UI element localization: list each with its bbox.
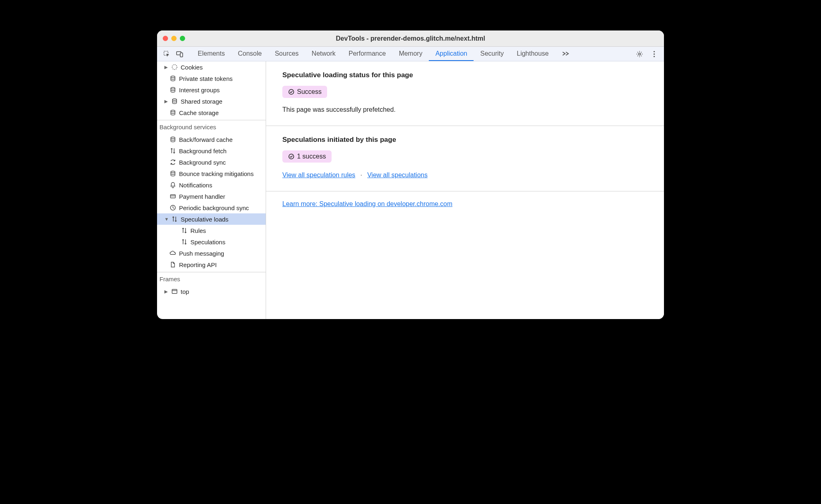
- tab-console[interactable]: Console: [231, 47, 269, 61]
- sidebar-item-cache-storage[interactable]: Cache storage: [157, 107, 266, 118]
- sync-icon: [169, 159, 177, 166]
- arrows-icon: [169, 147, 177, 154]
- sidebar-item-bounce-tracking[interactable]: Bounce tracking mitigations: [157, 168, 266, 179]
- sidebar-item-background-fetch[interactable]: Background fetch: [157, 145, 266, 156]
- sidebar-item-label: Background fetch: [179, 148, 227, 154]
- sidebar-section-background-services: Background services: [157, 120, 266, 134]
- content-area: ▶ Cookies Private state tokens Interest …: [157, 61, 664, 319]
- sidebar-item-label: Private state tokens: [179, 75, 233, 82]
- sidebar-item-rules[interactable]: Rules: [157, 225, 266, 236]
- svg-point-6: [653, 56, 655, 57]
- settings-icon[interactable]: [634, 48, 645, 60]
- tab-network[interactable]: Network: [305, 47, 342, 61]
- initiated-badge-label: 1 success: [297, 153, 326, 160]
- arrows-icon: [181, 227, 188, 234]
- check-circle-icon: [288, 153, 295, 160]
- database-icon: [169, 75, 177, 82]
- more-tabs-icon[interactable]: [555, 47, 576, 61]
- sidebar-item-reporting-api[interactable]: Reporting API: [157, 259, 266, 270]
- arrows-icon: [181, 238, 188, 245]
- sidebar-item-label: top: [181, 288, 189, 295]
- sidebar-item-speculative-loads[interactable]: ▼ Speculative loads: [157, 213, 266, 225]
- tab-lighthouse[interactable]: Lighthouse: [510, 47, 555, 61]
- collapse-arrow-icon: ▼: [164, 217, 168, 222]
- check-circle-icon: [288, 89, 295, 95]
- expand-arrow-icon: ▶: [164, 99, 168, 104]
- tab-application[interactable]: Application: [429, 47, 474, 61]
- sidebar-item-label: Cache storage: [179, 109, 219, 116]
- sidebar-item-label: Periodic background sync: [179, 204, 249, 211]
- sidebar-section-frames: Frames: [157, 272, 266, 286]
- tab-elements[interactable]: Elements: [191, 47, 231, 61]
- sidebar-item-label: Bounce tracking mitigations: [179, 170, 253, 177]
- tab-sources[interactable]: Sources: [268, 47, 305, 61]
- learn-more-link[interactable]: Learn more: Speculative loading on devel…: [282, 200, 452, 207]
- database-icon: [169, 109, 177, 116]
- status-heading: Speculative loading status for this page: [282, 71, 648, 79]
- titlebar: DevTools - prerender-demos.glitch.me/nex…: [157, 30, 664, 47]
- view-rules-link[interactable]: View all speculation rules: [282, 172, 355, 178]
- maximize-window-button[interactable]: [180, 36, 185, 41]
- devtools-toolbar: Elements Console Sources Network Perform…: [157, 47, 664, 61]
- close-window-button[interactable]: [163, 36, 168, 41]
- svg-rect-16: [172, 289, 177, 293]
- tab-memory[interactable]: Memory: [392, 47, 429, 61]
- window-title: DevTools - prerender-demos.glitch.me/nex…: [157, 35, 664, 42]
- sidebar-item-label: Notifications: [179, 182, 212, 189]
- panel-tabs: Elements Console Sources Network Perform…: [191, 47, 576, 61]
- svg-point-13: [171, 171, 175, 173]
- svg-point-10: [172, 99, 177, 100]
- expand-arrow-icon: ▶: [164, 289, 168, 294]
- application-sidebar: ▶ Cookies Private state tokens Interest …: [157, 61, 266, 319]
- sidebar-item-label: Reporting API: [179, 261, 217, 268]
- sidebar-item-cookies[interactable]: ▶ Cookies: [157, 61, 266, 73]
- svg-point-5: [653, 53, 655, 54]
- sidebar-item-label: Speculative loads: [181, 216, 229, 223]
- sidebar-item-interest-groups[interactable]: Interest groups: [157, 84, 266, 96]
- initiated-heading: Speculations initiated by this page: [282, 136, 648, 144]
- minimize-window-button[interactable]: [171, 36, 177, 41]
- tab-security[interactable]: Security: [474, 47, 510, 61]
- sidebar-item-frame-top[interactable]: ▶ top: [157, 286, 266, 297]
- sidebar-item-background-sync[interactable]: Background sync: [157, 156, 266, 168]
- link-separator: ·: [360, 172, 362, 178]
- device-toggle-icon[interactable]: [174, 48, 186, 60]
- inspect-element-icon[interactable]: [161, 48, 172, 60]
- sidebar-item-notifications[interactable]: Notifications: [157, 179, 266, 191]
- sidebar-item-label: Interest groups: [179, 87, 220, 93]
- cloud-icon: [169, 250, 177, 257]
- cookie-icon: [171, 63, 178, 71]
- database-icon: [169, 86, 177, 93]
- sidebar-item-label: Payment handler: [179, 193, 225, 200]
- card-icon: [169, 193, 177, 200]
- sidebar-item-label: Background sync: [179, 159, 226, 166]
- status-badge: Success: [282, 86, 327, 98]
- initiated-badge: 1 success: [282, 150, 332, 163]
- svg-point-4: [653, 51, 655, 52]
- sidebar-item-private-state-tokens[interactable]: Private state tokens: [157, 73, 266, 84]
- sidebar-item-label: Speculations: [190, 239, 225, 245]
- sidebar-item-periodic-background-sync[interactable]: Periodic background sync: [157, 202, 266, 213]
- more-options-icon[interactable]: [649, 48, 660, 60]
- clock-icon: [169, 204, 177, 211]
- window-controls: [157, 36, 185, 41]
- view-speculations-link[interactable]: View all speculations: [367, 172, 428, 178]
- sidebar-item-shared-storage[interactable]: ▶ Shared storage: [157, 96, 266, 107]
- database-icon: [169, 136, 177, 143]
- sidebar-item-payment-handler[interactable]: Payment handler: [157, 191, 266, 202]
- arrows-icon: [171, 215, 178, 223]
- sidebar-item-push-messaging[interactable]: Push messaging: [157, 248, 266, 259]
- svg-point-9: [171, 87, 175, 89]
- window-icon: [171, 288, 178, 295]
- tab-performance[interactable]: Performance: [342, 47, 393, 61]
- bell-icon: [169, 181, 177, 189]
- sidebar-item-label: Rules: [190, 227, 206, 234]
- sidebar-item-label: Cookies: [181, 64, 203, 71]
- svg-rect-14: [170, 195, 175, 198]
- database-icon: [169, 170, 177, 177]
- sidebar-item-speculations[interactable]: Speculations: [157, 236, 266, 248]
- database-icon: [171, 98, 178, 105]
- sidebar-item-back-forward-cache[interactable]: Back/forward cache: [157, 134, 266, 145]
- svg-point-12: [171, 137, 175, 139]
- svg-point-7: [172, 65, 177, 70]
